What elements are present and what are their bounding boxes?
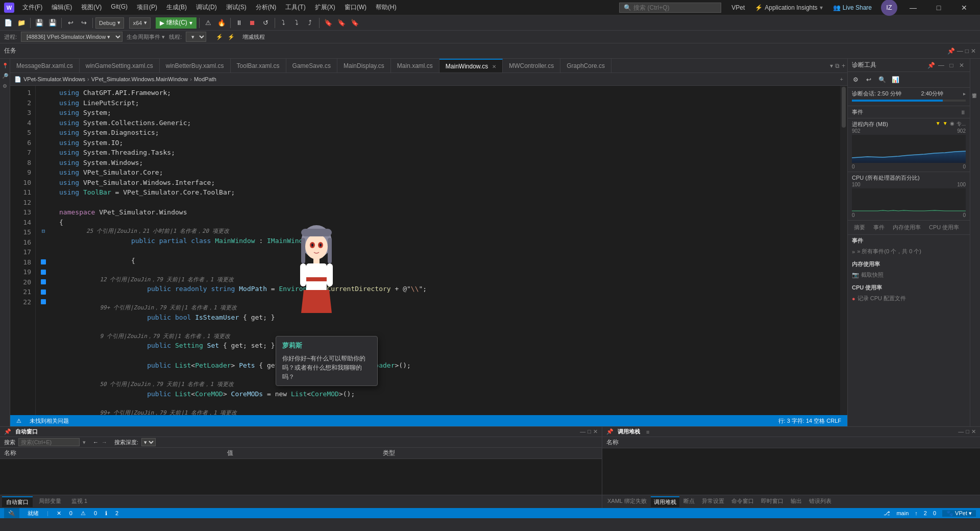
tab-exception-settings[interactable]: 异常设置 xyxy=(699,496,727,507)
diag-minimize-btn[interactable]: — xyxy=(937,61,945,69)
search-box[interactable]: 🔍 xyxy=(619,3,721,13)
diag-tab-cpu[interactable]: CPU 使用率 xyxy=(927,223,961,232)
tab-gamesave[interactable]: GameSave.cs xyxy=(286,59,337,73)
maximize-button[interactable]: □ xyxy=(927,0,950,15)
mem-icon-2[interactable]: ▼ xyxy=(943,120,948,128)
stop-btn[interactable]: ⏹ xyxy=(247,17,259,29)
breadcrumb-project[interactable]: VPet-Simulator.Windows xyxy=(23,76,85,82)
menu-help[interactable]: 帮助(H) xyxy=(372,1,401,14)
breakpoint-21[interactable] xyxy=(41,289,46,295)
warning-btn[interactable]: ⚠ xyxy=(202,17,214,29)
step-into-btn[interactable]: ⤵ xyxy=(291,17,303,29)
tab-command-window[interactable]: 命令窗口 xyxy=(728,496,757,507)
tab-mwcontroller[interactable]: MWController.cs xyxy=(503,59,560,73)
scroll-thumb[interactable] xyxy=(842,87,846,128)
diag-nav-btn[interactable]: ↩ xyxy=(863,74,874,85)
add-to-editor-btn[interactable]: + xyxy=(840,76,843,82)
tab-split-btn[interactable]: ⧉ xyxy=(835,62,840,69)
mem-snapshot-item[interactable]: 📷 截取快照 xyxy=(852,270,966,280)
menu-analyze[interactable]: 分析(N) xyxy=(252,1,281,14)
undo-btn[interactable]: ↩ xyxy=(64,17,77,29)
sidebar-icon-1[interactable]: 📍 xyxy=(1,61,10,70)
new-file-btn[interactable]: 📄 xyxy=(2,17,14,29)
thread-dropdown[interactable]: ▾ xyxy=(186,32,206,42)
diag-tab-events[interactable]: 事件 xyxy=(871,223,887,232)
tab-error-list[interactable]: 错误列表 xyxy=(806,496,835,507)
process-dropdown[interactable]: [48836] VPet-Simulator.Window ▾ xyxy=(21,32,122,42)
task-minimize-btn[interactable]: — xyxy=(957,47,963,55)
tab-dropdown-btn[interactable]: ▾ xyxy=(830,62,833,69)
search-nav-prev[interactable]: ← xyxy=(93,439,99,445)
platform-dropdown[interactable]: x64 ▾ xyxy=(129,17,151,29)
diag-tab-summary[interactable]: 摘要 xyxy=(852,223,867,232)
call-stack-filter[interactable]: ≡ xyxy=(646,429,649,435)
tab-graphcore[interactable]: GraphCore.cs xyxy=(560,59,611,73)
redo-btn[interactable]: ↪ xyxy=(78,17,90,29)
auto-close[interactable]: ✕ xyxy=(593,428,598,435)
search-filter-btn[interactable]: ▾ xyxy=(83,439,86,446)
tab-mainxaml[interactable]: Main.xaml.cs xyxy=(391,59,439,73)
task-pin-btn[interactable]: 📌 xyxy=(947,47,955,55)
tab-watch[interactable]: 监视 1 xyxy=(67,496,91,507)
diag-expand-btn[interactable]: □ xyxy=(947,61,955,69)
menu-view[interactable]: 视图(V) xyxy=(77,1,106,14)
tab-auto-window[interactable]: 自动窗口 xyxy=(2,496,33,507)
menu-test[interactable]: 测试(S) xyxy=(222,1,251,14)
breakpoint-20[interactable] xyxy=(41,279,46,284)
auto-float[interactable]: □ xyxy=(587,428,591,435)
depth-dropdown[interactable]: ▾ xyxy=(141,438,156,446)
tab-winbetterbuy[interactable]: winBetterBuy.xaml.cs xyxy=(160,59,231,73)
project-icon[interactable]: 📄 xyxy=(14,76,21,83)
ind-15[interactable]: ⊟ xyxy=(37,227,50,237)
menu-build[interactable]: 生成(B) xyxy=(162,1,191,14)
call-minimize[interactable]: — xyxy=(958,428,964,435)
sidebar-icon-2[interactable]: 🔎 xyxy=(1,71,10,80)
open-btn[interactable]: 📁 xyxy=(15,17,28,29)
tab-breakpoints[interactable]: 断点 xyxy=(680,496,698,507)
menu-tools[interactable]: 工具(T) xyxy=(281,1,309,14)
editor-scrollbar[interactable] xyxy=(840,86,847,415)
pause-btn[interactable]: ⏸ xyxy=(233,17,246,29)
tab-immediate[interactable]: 即时窗口 xyxy=(758,496,787,507)
step-out-btn[interactable]: ⤴ xyxy=(304,17,316,29)
tab-close-mainwindow[interactable]: ✕ xyxy=(492,64,496,69)
menu-extensions[interactable]: 扩展(X) xyxy=(311,1,339,14)
auto-minimize[interactable]: — xyxy=(580,428,585,435)
breadcrumb-class[interactable]: VPet_Simulator.Windows.MainWindow xyxy=(91,76,188,82)
hot-reload-btn[interactable]: 🔥 xyxy=(215,17,228,29)
diag-zoom-btn[interactable]: 🔍 xyxy=(876,74,888,85)
bookmark3-btn[interactable]: 🔖 xyxy=(349,17,361,29)
breakpoint-19[interactable] xyxy=(41,270,46,275)
tab-maindisplay[interactable]: MainDisplay.cs xyxy=(337,59,391,73)
cpu-profile-item[interactable]: ● 记录 CPU 配置文件 xyxy=(852,294,966,303)
tab-new-btn[interactable]: + xyxy=(842,62,845,69)
app-insights-button[interactable]: ⚡ Application Insights ▾ xyxy=(750,2,827,13)
play-button[interactable]: ▶ 继续(C) ▾ xyxy=(156,17,197,29)
debug-config-dropdown[interactable]: Debug ▾ xyxy=(95,17,124,29)
debug-icon-1[interactable]: ⚡ xyxy=(214,32,225,42)
mem-icon-1[interactable]: ▼ xyxy=(936,120,941,128)
save-btn[interactable]: 💾 xyxy=(33,17,45,29)
tab-messagebar[interactable]: MessageBar.xaml.cs xyxy=(10,59,80,73)
bookmark-btn[interactable]: 🔖 xyxy=(322,17,334,29)
auto-search-input[interactable] xyxy=(18,438,80,446)
debug-icon-2[interactable]: ⚡ xyxy=(226,32,236,42)
restart-btn[interactable]: ↺ xyxy=(260,17,272,29)
code-content[interactable]: using ChatGPT.API.Framework; using LineP… xyxy=(51,86,840,415)
diag-chart-btn[interactable]: 📊 xyxy=(890,74,901,85)
diag-pin-btn[interactable]: 📌 xyxy=(927,61,935,69)
menu-project[interactable]: 项目(P) xyxy=(133,1,161,14)
close-button[interactable]: ✕ xyxy=(952,0,976,15)
task-close-btn[interactable]: ✕ xyxy=(971,47,976,55)
events-pause-btn[interactable]: ⏸ xyxy=(960,109,966,115)
breadcrumb-member[interactable]: ModPath xyxy=(194,76,216,82)
tab-wingamesetting[interactable]: winGameSetting.xaml.cs xyxy=(80,59,160,73)
menu-git[interactable]: Git(G) xyxy=(107,1,132,14)
breakpoint-22[interactable] xyxy=(41,299,46,304)
right-icon-1[interactable]: 诊断工具 xyxy=(971,61,980,102)
tab-local-vars[interactable]: 局部变量 xyxy=(35,496,65,507)
vpet-status[interactable]: 🐾 VPet ▾ xyxy=(942,510,976,517)
live-share-button[interactable]: 👥 Live Share xyxy=(828,2,877,13)
menu-window[interactable]: 窗口(W) xyxy=(340,1,371,14)
menu-edit[interactable]: 编辑(E) xyxy=(47,1,76,14)
